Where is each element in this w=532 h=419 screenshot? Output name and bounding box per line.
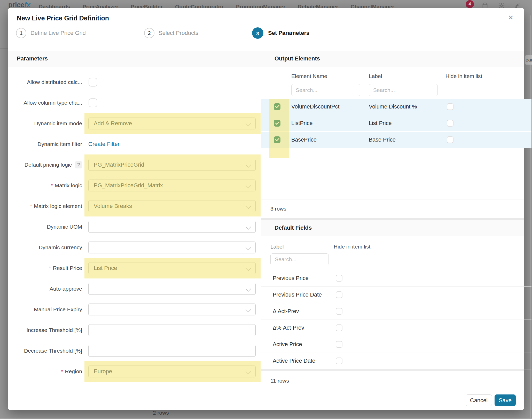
checkbox-unchecked[interactable] [89,98,97,107]
table-row[interactable]: ListPriceList Price [261,115,531,132]
cancel-button[interactable]: Cancel [466,394,492,406]
parameter-label-text: Allow column type cha... [24,100,82,106]
default-fields-search-input[interactable] [270,253,329,265]
hide-checkbox-unchecked[interactable] [336,291,342,298]
step-1-circle[interactable]: 1 [16,28,26,38]
parameter-label: Dynamic item mode [8,113,82,134]
create-filter-link[interactable]: Create Filter [88,141,120,147]
divider [261,199,524,199]
select-field[interactable]: PG_MatrixPriceGrid_Matrix [88,180,256,191]
parameter-label-text: Auto-approve [50,286,82,292]
parameter-label-text: Dynamic UOM [47,224,82,230]
row-checkbox-checked[interactable] [274,136,280,143]
parameter-label-text: Allow distributed calc... [27,79,82,85]
background-row-divider [0,32,8,32]
parameter-row: Allow column type cha... [8,92,261,113]
parameter-label-text: Result Price [53,265,82,271]
parameter-label: Increase Threshold [%] [8,320,82,340]
hide-checkbox-unchecked[interactable] [447,103,453,110]
select-field[interactable]: PG_MatrixPriceGrid [88,159,256,171]
check-icon [275,73,279,77]
close-icon[interactable]: × [508,13,513,22]
table-row[interactable]: Δ% Act-Prev [261,320,531,336]
select-field[interactable]: Europe [88,366,256,377]
row-checkbox-checked[interactable] [274,103,280,110]
parameter-row: *RegionEurope [8,361,261,382]
parameter-label-text: Dynamic item mode [34,120,82,127]
step-connector [97,33,141,33]
parameter-label: Auto-approve [8,278,82,299]
parameters-section-title: Parameters [17,55,48,62]
table-row[interactable]: Δ Act-Prev [261,303,531,320]
parameter-label: Dynamic currency [8,237,82,258]
label-cell: Δ Act-Prev [273,303,299,320]
parameter-label: Dynamic UOM [8,216,82,237]
parameter-label-text: Matrix logic [55,182,82,189]
hide-checkbox-unchecked[interactable] [447,136,453,143]
select-field[interactable] [88,242,256,253]
help-icon[interactable]: ? [75,161,82,168]
column-header-hide-in-item-list: Hide in item list [445,73,482,80]
select-value: PG_MatrixPriceGrid [94,161,144,168]
parameter-label-text: Matrix logic element [34,203,82,209]
hide-checkbox-unchecked[interactable] [336,324,342,331]
hide-checkbox-unchecked[interactable] [336,341,342,348]
element-name-search-input[interactable] [291,84,360,96]
select-field[interactable]: Volume Breaks [88,200,256,212]
row-checkbox-checked[interactable] [274,120,280,127]
label-cell: Δ% Act-Prev [273,320,304,336]
table-row[interactable]: Previous Price Date [261,287,531,303]
hide-checkbox-unchecked[interactable] [336,308,342,315]
select-field[interactable] [88,283,256,295]
step-2-label: Select Products [159,28,198,38]
parameter-label-text: Manual Price Expiry [34,306,82,313]
text-input[interactable] [88,324,256,336]
parameter-row: Dynamic item filterCreate Filter [8,134,261,154]
parameter-label-text: Region [65,368,82,375]
select-value: Add & Remove [94,120,132,127]
parameter-label: *Matrix logic [8,175,82,196]
parameter-label: *Region [8,361,82,382]
background-divider [143,410,143,419]
step-3-circle[interactable]: 3 [252,27,263,39]
parameter-row: Dynamic UOM [8,216,261,237]
select-field[interactable]: List Price [88,262,256,274]
element-name-cell: BasePrice [291,132,317,148]
chevron-down-icon [246,204,251,209]
save-button[interactable]: Save [495,394,516,406]
label-search-input[interactable] [369,84,438,96]
parameter-row: Dynamic item modeAdd & Remove [8,113,261,134]
hide-checkbox-unchecked[interactable] [447,120,453,127]
hide-checkbox-unchecked[interactable] [336,275,342,282]
select-value: Europe [94,368,112,375]
parameter-label: Default pricing logic? [8,154,82,175]
new-live-price-grid-dialog: New Live Price Grid Definition × 1Define… [8,8,524,410]
required-asterisk: * [49,265,51,271]
chevron-down-icon [246,307,251,312]
parameter-row: Dynamic currency [8,237,261,258]
step-connector [207,33,249,33]
required-asterisk: * [30,203,32,209]
footer-divider [8,390,524,390]
element-name-cell: VolumeDiscountPct [291,99,339,115]
step-2-circle[interactable]: 2 [144,28,154,38]
table-row[interactable]: Active Price Date [261,353,531,369]
table-row[interactable]: Active Price [261,336,531,353]
hide-checkbox-unchecked[interactable] [336,358,342,364]
chevron-down-icon [246,369,251,374]
parameter-label: Manual Price Expiry [8,299,82,320]
select-field[interactable] [88,304,256,315]
parameter-row: Increase Threshold [%] [8,320,261,340]
parameter-label-text: Dynamic item filter [37,141,82,147]
label-cell: Previous Price [273,270,309,286]
select-field[interactable] [88,221,256,233]
table-row[interactable]: BasePriceBase Price [261,132,531,148]
required-asterisk: * [51,182,53,189]
chevron-down-icon [246,286,251,292]
table-row[interactable]: VolumeDiscountPctVolume Discount % [261,99,531,115]
text-input[interactable] [88,345,256,357]
select-field[interactable]: Add & Remove [88,118,256,129]
parameter-label: Dynamic item filter [8,134,82,154]
table-row[interactable]: Previous Price [261,270,531,287]
checkbox-unchecked[interactable] [89,78,97,87]
